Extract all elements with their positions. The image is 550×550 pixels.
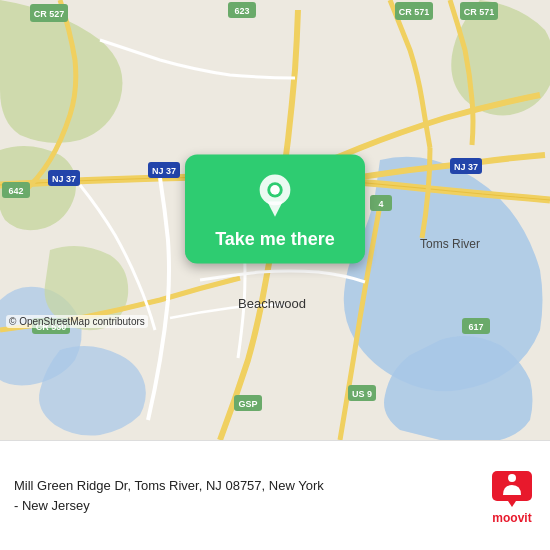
svg-text:CR 527: CR 527 [34, 9, 65, 19]
svg-text:623: 623 [234, 6, 249, 16]
svg-marker-37 [508, 501, 516, 507]
map-container: CR 527 CR 571 CR 571 NJ 37 NJ 37 NJ 37 N… [0, 0, 550, 440]
svg-point-36 [508, 474, 516, 482]
svg-text:GSP: GSP [238, 399, 257, 409]
osm-credit: © OpenStreetMap contributors [6, 315, 148, 328]
svg-text:US 9: US 9 [352, 389, 372, 399]
location-pin-icon [255, 173, 295, 221]
take-me-there-overlay[interactable]: Take me there [185, 155, 365, 264]
take-me-there-label: Take me there [215, 229, 335, 250]
svg-text:617: 617 [468, 322, 483, 332]
address-text: Mill Green Ridge Dr, Toms River, NJ 0875… [14, 476, 478, 515]
svg-point-33 [270, 185, 280, 195]
svg-text:642: 642 [8, 186, 23, 196]
info-bar: Mill Green Ridge Dr, Toms River, NJ 0875… [0, 440, 550, 550]
moovit-logo: moovit [488, 467, 536, 525]
svg-text:NJ 37: NJ 37 [152, 166, 176, 176]
svg-text:CR 571: CR 571 [464, 7, 495, 17]
svg-text:4: 4 [378, 199, 383, 209]
moovit-text: moovit [492, 511, 531, 525]
svg-marker-34 [267, 201, 282, 216]
svg-text:Beachwood: Beachwood [238, 296, 306, 311]
moovit-logo-svg [488, 467, 536, 509]
svg-text:NJ 37: NJ 37 [454, 162, 478, 172]
navigate-button[interactable]: Take me there [185, 155, 365, 264]
svg-text:CR 571: CR 571 [399, 7, 430, 17]
svg-text:Toms River: Toms River [420, 237, 480, 251]
address-section: Mill Green Ridge Dr, Toms River, NJ 0875… [14, 476, 478, 515]
svg-text:NJ 37: NJ 37 [52, 174, 76, 184]
